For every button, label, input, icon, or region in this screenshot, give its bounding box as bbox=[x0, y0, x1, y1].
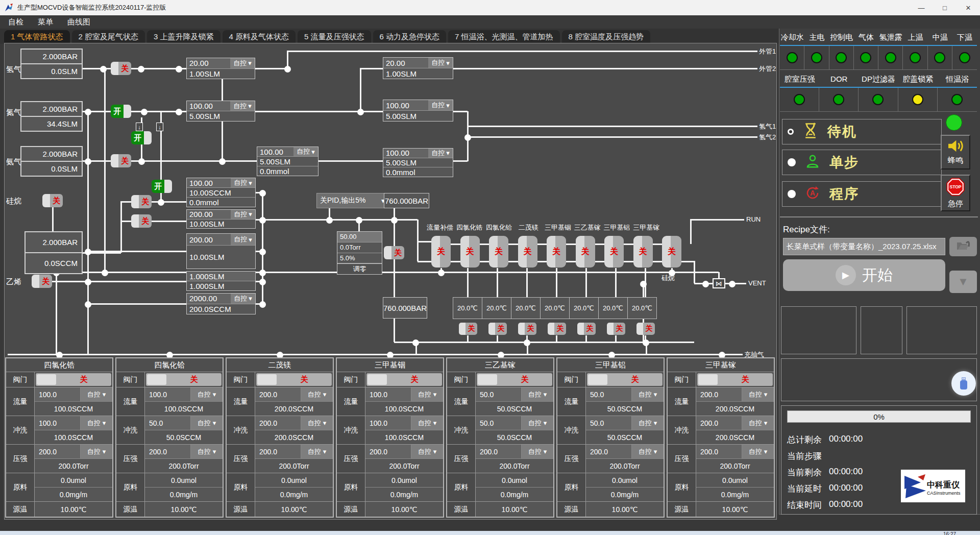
temp-valve[interactable]: 关 bbox=[636, 323, 655, 335]
flow-setpoint[interactable]: 100.0 bbox=[365, 387, 411, 401]
butterfly-valve-icon[interactable]: ⋈ bbox=[713, 278, 725, 288]
flow-setpoint[interactable]: 200.0 bbox=[696, 387, 742, 401]
flow-mode-select[interactable]: 自控▾ bbox=[632, 387, 664, 401]
mfc-setpoint[interactable]: 100.00 bbox=[383, 149, 428, 158]
tab[interactable]: 7 恒温浴、光测温、管道加热 bbox=[448, 30, 560, 44]
buzzer-button[interactable]: 蜂鸣 bbox=[941, 135, 970, 169]
manifold-valve[interactable]: 关 bbox=[633, 236, 653, 268]
menu-item[interactable]: 曲线图 bbox=[67, 17, 90, 27]
recipe-file-field[interactable]: 长菜单式样（带变量名称）_2023.07.25.xlsx bbox=[783, 238, 945, 255]
mfc-mode-select[interactable]: 自控▾ bbox=[231, 210, 255, 219]
mfc-mode-select[interactable]: 自控▾ bbox=[230, 58, 255, 68]
tab[interactable]: 4 原料及气体状态 bbox=[223, 30, 296, 44]
mode-single-step[interactable]: 单步 bbox=[782, 150, 942, 175]
temp-valve[interactable]: 关 bbox=[577, 323, 596, 335]
temp-valve[interactable]: 关 bbox=[607, 323, 625, 335]
purge-setpoint[interactable]: 50.0 bbox=[476, 416, 522, 430]
manifold-valve[interactable]: 关 bbox=[547, 236, 566, 268]
pressure-setpoint[interactable]: 200.0 bbox=[35, 445, 81, 458]
tab[interactable]: 6 动力及急停状态 bbox=[373, 30, 447, 44]
maximize-button[interactable]: □ bbox=[933, 0, 957, 15]
purge-mode-select[interactable]: 自控▾ bbox=[742, 416, 774, 430]
manifold-valve[interactable]: 关 bbox=[489, 236, 508, 268]
zero-button[interactable]: 调零 bbox=[337, 263, 382, 274]
pressure-mode-select[interactable]: 自控▾ bbox=[301, 445, 333, 458]
mfc-setpoint[interactable]: 20.00 bbox=[383, 58, 428, 68]
tab[interactable]: 2 腔室及尾气状态 bbox=[72, 30, 145, 44]
menu-item[interactable]: 菜单 bbox=[38, 17, 53, 27]
valve-nitrogen[interactable]: 开 bbox=[111, 105, 131, 118]
valve-nitrogen-bypass[interactable]: 开 bbox=[131, 131, 152, 144]
material-valve-toggle[interactable]: 关 bbox=[36, 373, 111, 386]
mfc-mode-select[interactable]: 自控▾ bbox=[230, 101, 255, 111]
purge-mode-select[interactable]: 自控▾ bbox=[632, 416, 664, 430]
pressure-mode-select[interactable]: 自控▾ bbox=[81, 445, 112, 458]
pressure-setpoint[interactable]: 200.0 bbox=[365, 445, 411, 458]
taskbar[interactable]: 16:27 bbox=[0, 531, 980, 535]
material-valve-toggle[interactable]: 关 bbox=[146, 373, 222, 386]
valve-chamber[interactable]: 关 bbox=[384, 246, 404, 259]
temp-valve[interactable]: 关 bbox=[518, 323, 536, 335]
valve-hydrogen[interactable]: 关 bbox=[111, 62, 131, 75]
step-down-button[interactable]: ▼ bbox=[949, 271, 977, 293]
pressure-mode-select[interactable]: 自控▾ bbox=[411, 445, 443, 458]
temp-valve[interactable]: 关 bbox=[488, 323, 507, 335]
purge-setpoint[interactable]: 50.0 bbox=[586, 416, 632, 430]
minimize-button[interactable]: — bbox=[910, 0, 933, 15]
purge-setpoint[interactable]: 50.0 bbox=[145, 416, 191, 430]
start-button[interactable]: ▶ 开始 bbox=[783, 259, 945, 291]
menu-item[interactable]: 自检 bbox=[8, 17, 23, 27]
mfc-setpoint[interactable]: 100.00 bbox=[187, 178, 231, 187]
pressure-mode-select[interactable]: 自控▾ bbox=[191, 445, 223, 458]
radio-single-step[interactable] bbox=[788, 158, 796, 166]
pressure-setpoint[interactable]: 200.0 bbox=[145, 445, 191, 458]
purge-setpoint[interactable]: 100.0 bbox=[365, 416, 411, 430]
material-valve-toggle[interactable]: 关 bbox=[697, 373, 773, 386]
manifold-valve[interactable]: 关 bbox=[604, 236, 624, 268]
tab[interactable]: 3 上盖升降及锁紧 bbox=[147, 30, 220, 44]
recipe-open-button[interactable] bbox=[949, 237, 977, 256]
purge-mode-select[interactable]: 自控▾ bbox=[191, 416, 223, 430]
emergency-stop-button[interactable]: STOP 急停 bbox=[941, 175, 970, 211]
manifold-valve[interactable]: 关 bbox=[431, 236, 451, 268]
purge-setpoint[interactable]: 200.0 bbox=[696, 416, 742, 430]
valve-line-a[interactable]: 关 bbox=[131, 195, 152, 208]
flow-setpoint[interactable]: 50.0 bbox=[586, 387, 632, 401]
mfc-mode-select[interactable]: 自控▾ bbox=[428, 100, 453, 110]
valve-ammonia[interactable]: 关 bbox=[111, 154, 131, 167]
mfc-setpoint[interactable]: 20.00 bbox=[187, 58, 230, 68]
pressure-mode-select[interactable]: 自控▾ bbox=[632, 445, 664, 458]
pressure-setpoint[interactable]: 200.0 bbox=[586, 445, 632, 458]
mfc-setpoint[interactable]: 100.00 bbox=[383, 100, 428, 110]
pressure-setpoint[interactable]: 200.0 bbox=[476, 445, 522, 458]
pressure-setpoint[interactable]: 200.0 bbox=[255, 445, 301, 458]
flow-mode-select[interactable]: 自控▾ bbox=[301, 387, 333, 401]
mfc-mode-select[interactable]: 自控▾ bbox=[231, 294, 255, 304]
flow-setpoint[interactable]: 100.0 bbox=[145, 387, 191, 401]
flow-setpoint[interactable]: 50.0 bbox=[476, 387, 522, 401]
valve-line-b[interactable]: 关 bbox=[131, 214, 152, 228]
usb-device-icon[interactable] bbox=[951, 371, 976, 396]
purge-setpoint[interactable]: 200.0 bbox=[255, 416, 301, 430]
flow-setpoint[interactable]: 100.0 bbox=[35, 387, 81, 401]
pressure-setpoint[interactable]: 200.0 bbox=[696, 445, 742, 458]
manifold-valve[interactable]: 关 bbox=[662, 236, 681, 268]
material-valve-toggle[interactable]: 关 bbox=[256, 373, 332, 386]
mfc-setpoint[interactable]: 100.00 bbox=[257, 147, 293, 156]
radio-standby[interactable] bbox=[788, 129, 794, 135]
valve-line-open[interactable]: 开 bbox=[152, 180, 172, 193]
flow-mode-select[interactable]: 自控▾ bbox=[191, 387, 223, 401]
purge-mode-select[interactable]: 自控▾ bbox=[522, 416, 553, 430]
flow-mode-select[interactable]: 自控▾ bbox=[742, 387, 774, 401]
pressure-mode-select[interactable]: 自控▾ bbox=[742, 445, 774, 458]
mfc-setpoint[interactable]: 1.000SLM bbox=[187, 272, 255, 281]
flow-mode-select[interactable]: 自控▾ bbox=[81, 387, 112, 401]
purge-mode-select[interactable]: 自控▾ bbox=[81, 416, 112, 430]
material-valve-toggle[interactable]: 关 bbox=[366, 373, 442, 386]
mfc-mode-select[interactable]: 自控▾ bbox=[293, 147, 318, 156]
mode-standby[interactable]: 待机 bbox=[782, 119, 942, 144]
mfc-setpoint[interactable]: 100.00 bbox=[187, 101, 230, 111]
mfc-setpoint[interactable]: 2000.00 bbox=[187, 294, 231, 304]
mfc-mode-select[interactable]: 自控▾ bbox=[428, 149, 453, 158]
mfc-setpoint[interactable]: 200.00 bbox=[187, 234, 231, 245]
